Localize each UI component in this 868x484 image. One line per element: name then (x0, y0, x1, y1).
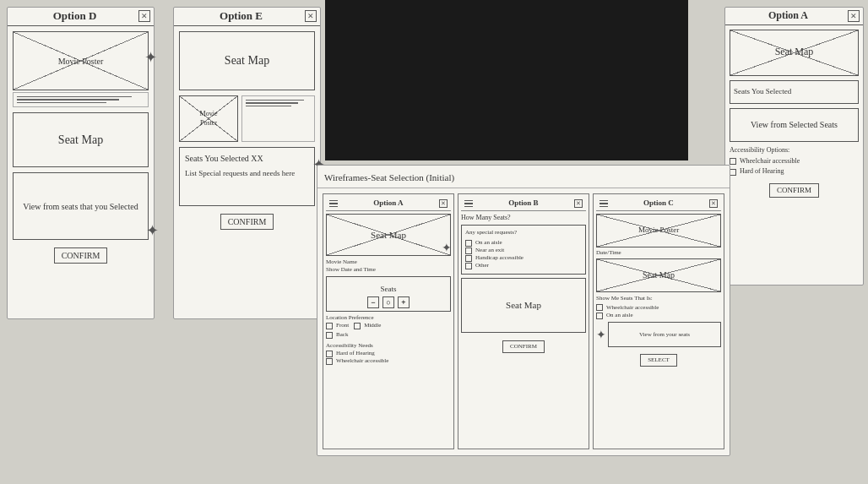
option-d-panel: Option D ✕ Movie Poster ✦ Seat Map View … (7, 7, 155, 319)
confirm-e-button[interactable]: CONFIRM (220, 214, 274, 230)
seat-map-ar-label: Seat Map (775, 46, 814, 59)
movie-name-ma-label: Movie Name (326, 258, 451, 266)
middle-panel: Wireframes-Seat Selection (Initial) Opti… (317, 165, 730, 456)
on-aisle-mc-checkbox[interactable] (596, 313, 603, 319)
seat-map-mb-label: Seat Map (506, 299, 541, 311)
option-d-titlebar: Option D ✕ (8, 8, 154, 26)
accessibility-ar-label: Accessibility Options: (730, 146, 859, 155)
confirm-e-area: CONFIRM (181, 213, 313, 230)
middle-ma-row: Middle (354, 322, 381, 329)
close-icon[interactable]: ✕ (138, 10, 150, 22)
seat-map-ar-section: Seat Map (730, 30, 859, 76)
seat-map-mc-label: Seat Map (643, 269, 675, 280)
wheelchair-ar-label: Wheelchair accessible (740, 157, 800, 166)
near-exit-mb-label: Near an exit (475, 247, 504, 254)
middle-ma-label: Middle (364, 322, 381, 329)
on-aisle-mb-checkbox[interactable] (465, 240, 472, 247)
hard-of-hearing-ma-checkbox[interactable] (326, 351, 333, 357)
view-from-section: View from seats that you Selected ✦ (13, 172, 149, 240)
middle-option-a-titlebar: Option A ✕ (326, 197, 451, 211)
movie-poster-box: Movie Poster (13, 31, 149, 90)
hard-of-hearing-ar-checkbox[interactable] (730, 169, 736, 176)
middle-option-b-title: Option B (508, 198, 538, 209)
location-options-ma: Front Middle (326, 322, 451, 329)
show-time-ma-label: Show Date and Time (326, 266, 451, 274)
hard-of-hearing-ma-label: Hard of Hearing (336, 350, 375, 357)
middle-subtitle: Wireframes-Seat Selection (Initial) (324, 172, 454, 182)
confirm-area: CONFIRM (14, 247, 147, 264)
movie-poster-e-box: Movie Poster (179, 95, 238, 142)
other-mb-row: Other (465, 262, 582, 269)
option-a-right-panel: Option A ✕ Seat Map Seats You Selected V… (724, 7, 864, 286)
middle-option-a-title: Option A (373, 198, 403, 209)
confirm-mb-area: CONFIRM (461, 336, 586, 353)
option-e-panel: Option E ✕ Seat Map Movie Poster Seats Y… (173, 7, 321, 319)
option-a-right-title: Option A (768, 9, 808, 23)
movie-poster-mc-label: Movie Poster (638, 226, 679, 236)
on-aisle-mc-label: On an aisle (606, 312, 633, 319)
view-from-mc-label: View from your seats (639, 331, 690, 339)
movie-poster-e-label: Movie Poster (194, 110, 223, 128)
close-mc-icon[interactable]: ✕ (709, 199, 718, 208)
show-seats-mc-label: Show Me Seats That Is: (596, 295, 721, 302)
wheelchair-ar-checkbox[interactable] (730, 158, 736, 165)
select-mc-area: SELECT (596, 350, 721, 367)
wheelchair-mc-checkbox[interactable] (596, 304, 603, 311)
on-aisle-mb-row: On an aisle (465, 239, 582, 247)
back-ma-checkbox[interactable] (326, 332, 333, 339)
star-icon: ✦ (144, 48, 157, 67)
hard-of-hearing-ar-row: Hard of Hearing (730, 167, 859, 176)
decrement-button[interactable]: − (367, 296, 379, 308)
seats-selected-ar-section: Seats You Selected (730, 80, 859, 104)
handicap-mb-label: Handicap accessible (475, 254, 524, 262)
seat-map-label: Seat Map (58, 133, 103, 148)
middle-option-a: Option A ✕ Seat Map ✦ Movie Name Show Da… (323, 193, 454, 449)
other-mb-label: Other (475, 262, 489, 269)
close-e-icon[interactable]: ✕ (305, 10, 317, 22)
seat-map-ma-box: Seat Map (326, 214, 451, 256)
confirm-mb-button[interactable]: CONFIRM (502, 340, 545, 353)
star-ma-icon: ✦ (442, 241, 452, 254)
option-e-title: Option E (220, 9, 263, 24)
view-from-label: View from seats that you Selected (23, 201, 138, 212)
wheelchair-ma-row: Wheelchair accessible (326, 357, 451, 365)
view-from-ar-label: View from Selected Seats (751, 119, 838, 130)
seats-selected-e-section: Seats You Selected XX List Special reque… (179, 147, 315, 206)
front-ma-label: Front (336, 322, 349, 329)
middle-ma-checkbox[interactable] (354, 323, 361, 329)
select-mc-button[interactable]: SELECT (640, 354, 677, 367)
seat-map-mb-box: Seat Map (461, 278, 586, 333)
special-req-mb-label: Any special requests? (465, 229, 582, 237)
wheelchair-ma-checkbox[interactable] (326, 358, 333, 365)
hamburger-ma-icon (329, 200, 338, 208)
circle-icon: ○ (382, 296, 394, 308)
view-from-mc-section: ✦ View from your seats (596, 322, 721, 347)
movie-poster-label: Movie Poster (58, 55, 104, 66)
seats-ma-label: Seats (381, 285, 397, 293)
middle-option-c-title: Option C (643, 198, 674, 209)
seats-selected-ar-label: Seats You Selected (734, 87, 791, 97)
special-req-mb-section: Any special requests? On an aisle Near a… (461, 225, 586, 274)
hamburger-mb-icon (464, 200, 473, 208)
wheelchair-mc-row: Wheelchair accessible (596, 304, 721, 312)
handicap-mb-row: Handicap accessible (465, 254, 582, 262)
hard-of-hearing-ar-label: Hard of Hearing (740, 167, 784, 176)
other-mb-checkbox[interactable] (465, 263, 472, 269)
black-area (325, 0, 688, 160)
confirm-button[interactable]: CONFIRM (54, 247, 108, 264)
wheelchair-mc-label: Wheelchair accessible (606, 304, 659, 312)
seat-map-top-label: Seat Map (225, 53, 269, 68)
near-exit-mb-row: Near an exit (465, 247, 582, 254)
handicap-mb-checkbox[interactable] (465, 255, 472, 262)
close-ma-icon[interactable]: ✕ (439, 199, 448, 208)
near-exit-mb-checkbox[interactable] (465, 247, 472, 254)
confirm-ar-button[interactable]: CONFIRM (769, 183, 819, 198)
on-aisle-mb-label: On an aisle (475, 239, 502, 247)
datetime-mc-label: Date/Time (596, 249, 721, 257)
middle-option-c: Option C ✕ Movie Poster Date/Time Seat M… (593, 193, 724, 449)
how-many-mb-label: How Many Seats? (461, 214, 586, 222)
front-ma-checkbox[interactable] (326, 323, 333, 329)
close-ar-icon[interactable]: ✕ (848, 10, 860, 22)
increment-button[interactable]: + (398, 296, 410, 308)
close-mb-icon[interactable]: ✕ (574, 199, 583, 208)
